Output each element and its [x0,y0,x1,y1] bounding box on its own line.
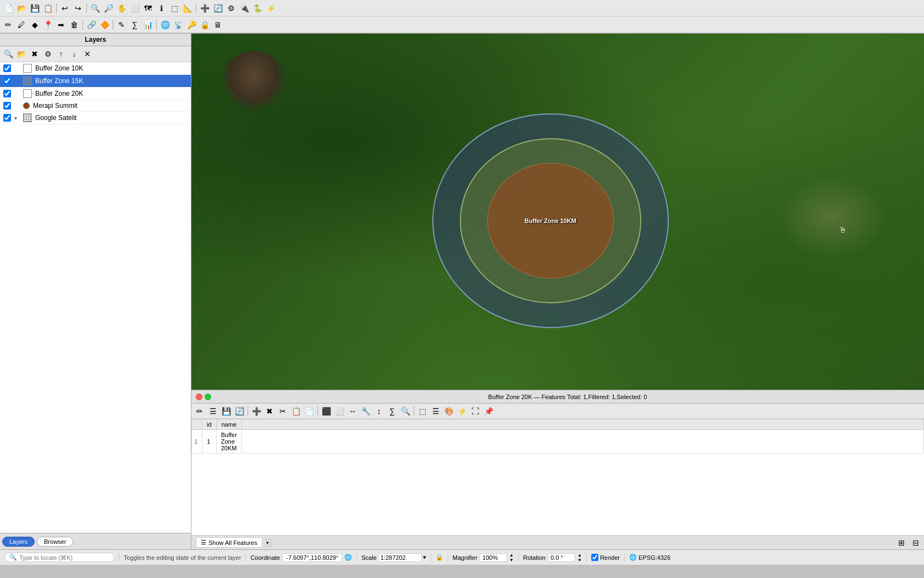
epsg-display[interactable]: 🌐 EPSG:4326 [629,554,670,561]
dock-btn[interactable]: 📌 [482,405,494,417]
show-all-features-btn[interactable]: ☰ Show All Features [196,537,262,548]
topology-btn[interactable]: 🔶 [98,19,111,31]
layer-item-buffer15k[interactable]: Buffer Zone 15K [0,75,191,88]
attr-close-red-btn[interactable] [196,394,202,400]
coordinate-value-box[interactable]: -7.6097°,110.8029° [282,553,342,562]
zoom-out-btn[interactable]: 🔎 [102,2,114,14]
form-view-btn[interactable]: ⊟ [910,537,922,549]
add-row-btn[interactable]: ➕ [250,405,262,417]
edit-btn[interactable]: ✏ [2,19,14,31]
delete-btn[interactable]: 🗑 [68,19,80,31]
python-btn[interactable]: 🐍 [251,2,263,14]
save-as-btn[interactable]: 📋 [42,2,54,14]
open-btn[interactable]: 📂 [15,2,28,14]
show-all-dropdown-btn[interactable]: ▾ [265,539,271,547]
reload-btn[interactable]: 🔄 [233,405,245,417]
layer-check-google[interactable] [3,114,11,122]
zoom-map-btn[interactable]: 🔍 [399,405,411,417]
tab-browser[interactable]: Browser [37,537,73,547]
zoom-extent-btn[interactable]: ⬜ [129,2,141,14]
settings-btn[interactable]: ⚙ [225,2,237,14]
render-checkbox[interactable] [591,554,598,561]
remove-layer-btn[interactable]: ✖ [29,48,41,60]
table-view-btn[interactable]: ⊞ [895,537,908,549]
paste-btn[interactable]: 📄 [303,405,315,417]
del-row-btn[interactable]: ✖ [263,405,276,417]
attr-table2-btn[interactable]: 📊 [142,19,154,31]
collapse-all-btn[interactable]: ↓ [68,48,80,60]
filter-btn[interactable]: 🔧 [360,405,372,417]
field-calc-btn[interactable]: ∑ [129,19,141,31]
plugin3-btn[interactable]: 🖥 [212,19,224,31]
field-calc-table-btn[interactable]: ☰ [430,405,442,417]
layer-check-merapi[interactable] [3,102,11,110]
pan-btn[interactable]: ✋ [116,2,128,14]
magnifier-stepper[interactable]: ▲▼ [509,553,514,563]
layer-check-buffer10k[interactable] [3,64,11,72]
locate-search[interactable]: 🔍 [4,553,114,562]
identify-btn[interactable]: ℹ [155,2,167,14]
zoom-layer-btn[interactable]: 🗺 [142,2,154,14]
digitize-btn[interactable]: ✎ [116,19,128,31]
plugin2-btn[interactable]: 🔒 [199,19,211,31]
map-canvas[interactable]: Buffer Zone 10KM 🖱 [191,34,924,390]
refresh-btn[interactable]: 🔄 [212,2,224,14]
table-row[interactable]: 1 1 Buffer Zone 20KM [192,430,924,454]
open-layer-btn[interactable]: ↑ [55,48,67,60]
draw-btn[interactable]: 🖊 [15,19,28,31]
locate-input[interactable] [19,554,96,561]
close-layers-btn[interactable]: ✕ [81,48,94,60]
layer-check-buffer20k[interactable] [3,90,11,97]
new-btn[interactable]: 📄 [2,2,14,14]
zoom-in-btn[interactable]: 🔍 [89,2,101,14]
copy-btn[interactable]: 📋 [290,405,302,417]
edit-pencil-btn[interactable]: ✏ [194,405,206,417]
processing-btn[interactable]: ⚡ [265,2,277,14]
save-edit-btn[interactable]: 💾 [220,405,232,417]
layer-item-google[interactable]: ▾ Google Satelit [0,112,191,124]
rotation-stepper[interactable]: ▲▼ [578,553,582,563]
plugin1-btn[interactable]: 🔑 [185,19,197,31]
redo-btn[interactable]: ↪ [72,2,84,14]
invert-select-btn[interactable]: ↔ [346,405,359,417]
edit-multi-btn[interactable]: ☰ [207,405,219,417]
undo-btn[interactable]: ↩ [59,2,71,14]
search-layers-btn[interactable]: 🔍 [2,48,14,60]
rotation-value-box[interactable]: 0.0 ° [548,553,575,562]
layer-check-buffer15k[interactable] [3,77,11,85]
render-toggle[interactable]: Render [591,554,620,561]
georef-btn[interactable]: 🌐 [159,19,171,31]
save-btn[interactable]: 💾 [29,2,41,14]
add-layer-btn[interactable]: ➕ [199,2,211,14]
snapping-btn[interactable]: 🔗 [85,19,97,31]
plugins-btn[interactable]: 🔌 [238,2,250,14]
scale-value-box[interactable]: 1:287202 [378,553,422,562]
expand-btn[interactable]: ⛶ [469,405,481,417]
tab-layers[interactable]: Layers [2,537,35,547]
layer-item-buffer10k[interactable]: Buffer Zone 10K [0,62,191,75]
col-id[interactable]: id [202,419,217,430]
layer-item-merapi[interactable]: Merapi Summit [0,100,191,112]
add-point-btn[interactable]: 📍 [42,19,54,31]
attr-zoom-btn[interactable]: ⬚ [416,405,428,417]
col-name[interactable]: name [216,419,241,430]
node-btn[interactable]: ◆ [29,19,41,31]
status-sep6 [518,553,519,562]
attr-close-green-btn[interactable] [205,394,211,400]
scale-dropdown-icon[interactable]: ▾ [423,554,426,561]
deselect-btn[interactable]: ⬜ [333,405,345,417]
magnifier-value-box[interactable]: 100% [480,553,507,562]
measure-btn[interactable]: 📐 [182,2,194,14]
expression-btn[interactable]: ∑ [386,405,398,417]
actions-btn[interactable]: ⚡ [456,405,468,417]
select-btn[interactable]: ⬚ [168,2,180,14]
gps-btn[interactable]: 📡 [172,19,184,31]
add-layer-panel-btn[interactable]: 📂 [15,48,28,60]
cut-btn[interactable]: ✂ [277,405,289,417]
layer-item-buffer20k[interactable]: Buffer Zone 20K [0,88,191,100]
filter-layer-btn[interactable]: ⚙ [42,48,54,60]
select-all-btn[interactable]: ⬛ [320,405,332,417]
move-btn[interactable]: ➡ [55,19,67,31]
sort-btn[interactable]: ↕ [373,405,385,417]
cond-format-btn[interactable]: 🎨 [443,405,455,417]
